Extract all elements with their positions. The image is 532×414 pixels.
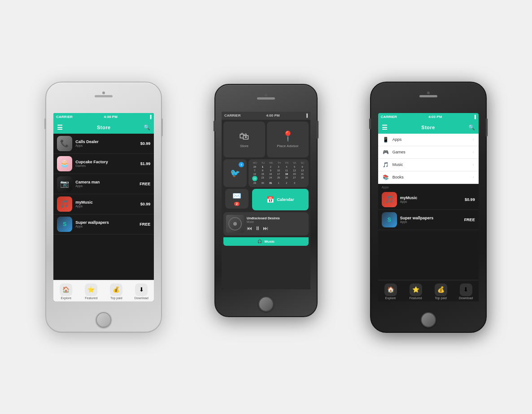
wallpapers-price: FREE bbox=[138, 222, 150, 227]
app-item-mymusic[interactable]: 🎵 myMusic Apps $0.99 bbox=[53, 194, 154, 214]
menu-item-books[interactable]: 📚 Books › bbox=[378, 171, 479, 184]
left-search-icon[interactable]: 🔍 bbox=[144, 124, 150, 131]
menu-item-games[interactable]: 🎮 Games › bbox=[378, 146, 479, 159]
tab-download[interactable]: ⬇ Download bbox=[129, 283, 154, 300]
power-button bbox=[161, 118, 163, 136]
cupcake-icon: 🧁 bbox=[57, 156, 72, 171]
cupcake-category: Games bbox=[75, 164, 135, 167]
right-tab-bar: 🏠 Explore ⭐ Featured 💰 Top paid ⬇ bbox=[378, 280, 479, 301]
apps-menu-icon: 📱 bbox=[383, 137, 389, 143]
home-button[interactable] bbox=[96, 312, 111, 327]
right-carrier: CARRIER bbox=[381, 115, 397, 119]
music-chevron: › bbox=[473, 162, 474, 167]
tab-featured[interactable]: ⭐ Featured bbox=[78, 283, 104, 300]
calendar-btn-label: Calendar bbox=[277, 197, 294, 202]
cupcake-price: $1.99 bbox=[138, 161, 150, 166]
books-chevron: › bbox=[473, 175, 474, 179]
right-tab-explore[interactable]: 🏠 Explore bbox=[378, 283, 403, 300]
right-power-button bbox=[486, 118, 488, 136]
featured-icon: ⭐ bbox=[85, 283, 97, 296]
mid-calendar-row: 🐦 3 MOTUWETHFRSASU 28 1 bbox=[222, 159, 310, 189]
headphone-icon: 🎧 bbox=[257, 240, 262, 244]
right-app-list: Apps 🎵 myMusic Apps $0.99 S bbox=[378, 184, 479, 280]
top-paid-label: Top paid bbox=[110, 296, 122, 300]
right-download-icon: ⬇ bbox=[460, 283, 472, 296]
right-phone: CARRIER 4:00 PM ▐ ☰ Store 🔍 📱 A bbox=[370, 82, 487, 333]
pause-button[interactable]: ⏸ bbox=[255, 225, 260, 231]
email-tile[interactable]: ✉️ 2 bbox=[225, 189, 249, 209]
cupcake-info: Cupcake Factory Games bbox=[75, 160, 135, 167]
right-download-label: Download bbox=[459, 296, 473, 300]
right-tab-featured[interactable]: ⭐ Featured bbox=[403, 283, 428, 300]
camera-price: FREE bbox=[138, 182, 150, 186]
mid-screen: CARRIER 4:00 PM ▐ 🛍 Store bbox=[222, 112, 310, 289]
store-tile-label: Store bbox=[240, 144, 249, 148]
right-app-mymusic[interactable]: 🎵 myMusic Apps $0.99 bbox=[378, 190, 479, 210]
place-advisor-tile[interactable]: 📍 Place Advisor bbox=[267, 122, 309, 157]
explore-label: Explore bbox=[61, 296, 71, 300]
right-mymusic-price: $0.99 bbox=[462, 197, 475, 202]
right-time: 4:00 PM bbox=[428, 115, 442, 119]
books-menu-icon: 📚 bbox=[383, 174, 389, 180]
explore-icon: 🏠 bbox=[60, 283, 72, 296]
app-item-wallpapers[interactable]: S Super wallpapers Apps FREE bbox=[53, 214, 154, 235]
right-status-bar: CARRIER 4:00 PM ▐ bbox=[378, 113, 479, 121]
menu-item-music[interactable]: 🎵 Music › bbox=[378, 159, 479, 171]
calendar-button[interactable]: 📅 Calendar bbox=[252, 189, 309, 210]
music-artist: Muse bbox=[247, 220, 306, 223]
mid-battery: ▐ bbox=[305, 113, 308, 118]
apps-menu-label: Apps bbox=[392, 137, 469, 142]
right-menu-icon[interactable]: ☰ bbox=[382, 124, 388, 131]
app-item-cupcake[interactable]: 🧁 Cupcake Factory Games $1.99 bbox=[53, 154, 154, 174]
music-bar[interactable]: 🎧 Music bbox=[223, 237, 309, 246]
right-app-wallpapers[interactable]: S Super wallpapers Apps FREE bbox=[378, 210, 479, 230]
right-top-paid-label: Top paid bbox=[435, 296, 446, 300]
calls-dealer-name: Calls Dealer bbox=[75, 139, 135, 144]
mid-top-row: 🛍 Store 📍 Place Advisor bbox=[222, 120, 310, 159]
vinyl-ring bbox=[228, 217, 242, 231]
prev-button[interactable]: ⏮ bbox=[247, 225, 252, 231]
volume-button bbox=[44, 118, 46, 129]
right-search-icon[interactable]: 🔍 bbox=[468, 124, 475, 131]
top-paid-icon: 💰 bbox=[110, 283, 122, 296]
right-home-button[interactable] bbox=[421, 312, 436, 327]
mymusic-icon: 🎵 bbox=[57, 196, 72, 212]
left-battery: ▐ bbox=[149, 115, 152, 119]
music-controls: ⏮ ⏸ ⏭ bbox=[247, 225, 306, 231]
calendar-tile[interactable]: MOTUWETHFRSASU 28 1 2 3 4 5 6 bbox=[249, 159, 309, 187]
menu-item-apps[interactable]: 📱 Apps › bbox=[378, 134, 479, 146]
app-item-calls-dealer[interactable]: 📞 Calls Dealer Apps $0.99 bbox=[53, 134, 154, 154]
music-title: Undisclosed Desires bbox=[247, 216, 306, 220]
right-wallpapers-price: FREE bbox=[462, 218, 475, 222]
store-tile[interactable]: 🛍 Store bbox=[223, 122, 265, 157]
right-tab-download[interactable]: ⬇ Download bbox=[454, 283, 479, 300]
right-featured-icon: ⭐ bbox=[410, 283, 422, 296]
tab-top-paid[interactable]: 💰 Top paid bbox=[104, 283, 129, 300]
album-art bbox=[226, 215, 244, 233]
next-button[interactable]: ⏭ bbox=[263, 225, 268, 231]
tab-explore[interactable]: 🏠 Explore bbox=[53, 283, 78, 300]
mymusic-category: Apps bbox=[75, 205, 135, 208]
right-featured-label: Featured bbox=[410, 296, 422, 300]
left-menu-icon[interactable]: ☰ bbox=[57, 124, 63, 131]
games-chevron: › bbox=[473, 150, 474, 154]
right-mymusic-icon: 🎵 bbox=[382, 192, 397, 207]
mymusic-info: myMusic Apps bbox=[75, 200, 135, 208]
camera-icon: 📷 bbox=[57, 176, 72, 192]
left-nav-bar: ☰ Store 🔍 bbox=[53, 121, 154, 134]
music-player: Undisclosed Desires Muse ⏮ ⏸ ⏭ bbox=[223, 212, 309, 235]
right-screen: CARRIER 4:00 PM ▐ ☰ Store 🔍 📱 A bbox=[378, 113, 479, 301]
mid-email-row: ✉️ 2 📅 Calendar bbox=[222, 189, 310, 212]
app-item-camera[interactable]: 📷 Camera man Apps FREE bbox=[53, 174, 154, 194]
right-tab-top-paid[interactable]: 💰 Top paid bbox=[428, 283, 454, 300]
right-mymusic-name: myMusic bbox=[400, 196, 459, 200]
mid-content-area: 🛍 Store 📍 Place Advisor bbox=[222, 120, 310, 289]
camera-info: Camera man Apps bbox=[75, 180, 135, 187]
cal-header: MOTUWETHFRSASU bbox=[251, 161, 306, 164]
right-volume-button bbox=[369, 118, 371, 129]
place-advisor-icon: 📍 bbox=[282, 131, 294, 142]
right-apps-section-label: Apps bbox=[378, 184, 479, 190]
calls-dealer-category: Apps bbox=[75, 144, 135, 147]
twitter-tile[interactable]: 🐦 3 bbox=[223, 159, 247, 187]
mid-home-button[interactable] bbox=[258, 296, 274, 312]
